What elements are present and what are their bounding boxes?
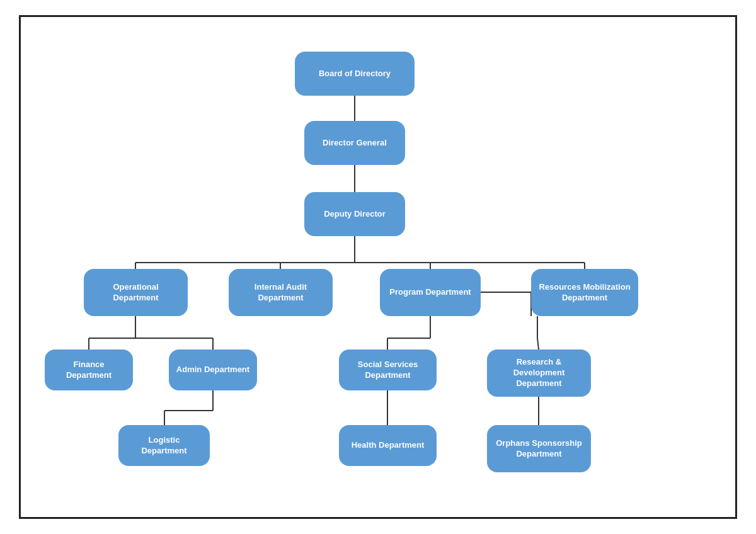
node-health: Health Department bbox=[339, 425, 437, 466]
node-deputy-director: Deputy Director bbox=[304, 192, 405, 236]
org-chart-container: Board of Directory Director General Depu… bbox=[21, 17, 735, 517]
node-director-general: Director General bbox=[304, 121, 405, 165]
node-resources: Resources Mobilization Department bbox=[531, 269, 638, 316]
node-admin: Admin Department bbox=[169, 349, 257, 390]
node-internal-audit: Internal Audit Department bbox=[229, 269, 333, 316]
node-social-services: Social Services Department bbox=[339, 349, 437, 390]
node-program: Program Department bbox=[380, 269, 481, 316]
node-research: Research & Development Department bbox=[487, 349, 591, 397]
svg-line-20 bbox=[537, 338, 539, 349]
node-board: Board of Directory bbox=[295, 52, 415, 96]
node-logistic: Logistic Department bbox=[118, 425, 210, 466]
node-finance: Finance Department bbox=[45, 349, 133, 390]
org-chart-border: Board of Directory Director General Depu… bbox=[19, 15, 737, 519]
node-operational: Operational Department bbox=[84, 269, 188, 316]
node-orphans: Orphans Sponsorship Department bbox=[487, 425, 591, 472]
